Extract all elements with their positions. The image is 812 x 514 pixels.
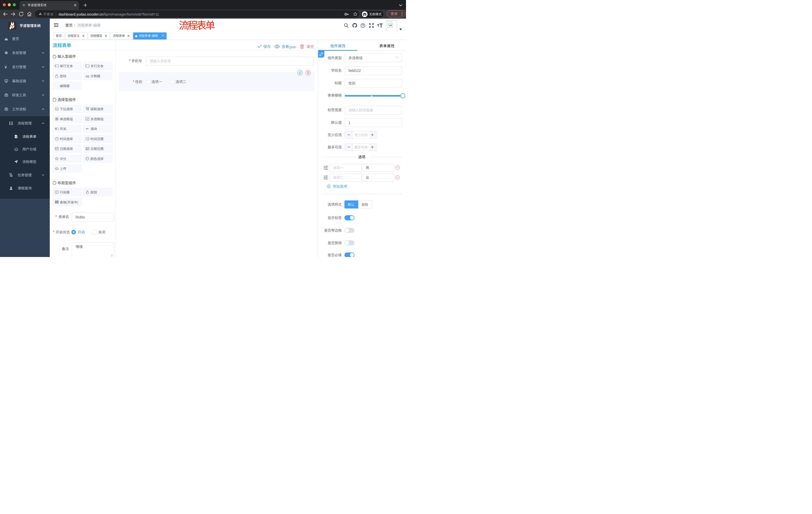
svg-text:123: 123: [85, 75, 89, 77]
